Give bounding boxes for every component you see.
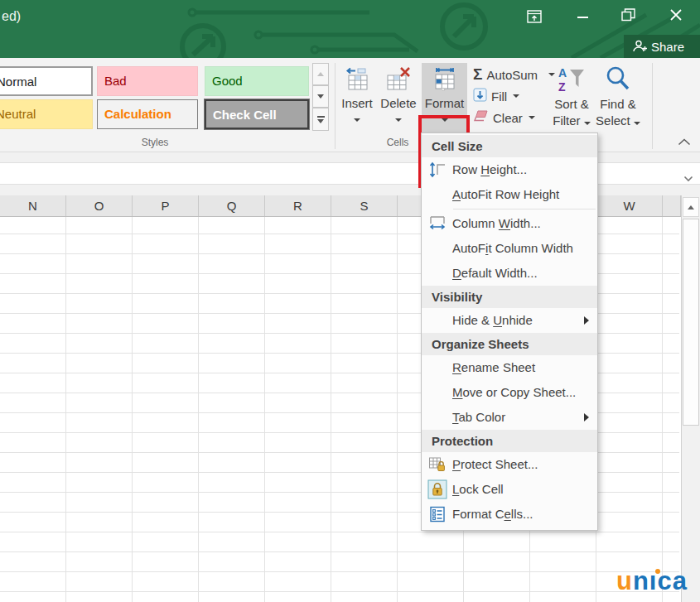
scroll-up-icon: [317, 72, 324, 76]
gallery-scroll-up-button[interactable]: [312, 63, 329, 85]
menu-item-label: Format Cells...: [452, 507, 533, 521]
menu-item-label: AutoFit Row Height: [452, 187, 559, 201]
ribbon-display-options-button[interactable]: [524, 8, 544, 25]
excel-window: ed): [0, 0, 700, 602]
column-header-N[interactable]: N: [0, 195, 66, 216]
column-header-partial[interactable]: [663, 195, 681, 216]
sort-filter-dropdown-icon: [584, 122, 591, 125]
format-cells-icon: [427, 505, 448, 523]
scrollbar-up-button[interactable]: [683, 197, 699, 217]
menu-item-label: Lock Cell: [452, 482, 504, 496]
share-button[interactable]: Share: [624, 35, 700, 58]
style-neutral[interactable]: Neutral: [0, 99, 93, 129]
column-header-Q[interactable]: Q: [199, 195, 265, 216]
menu-item-lock-cell[interactable]: Lock Cell: [422, 477, 597, 502]
format-dropdown-menu: Cell SizeRow Height...AutoFit Row Height…: [421, 132, 598, 531]
row-height-icon: [427, 161, 448, 179]
scroll-down-icon: [317, 94, 324, 99]
menu-section-cell-size: Cell Size: [422, 135, 597, 157]
autosum-button[interactable]: Σ AutoSum: [473, 65, 555, 84]
delete-dropdown-icon: [395, 118, 402, 122]
menu-item-row-height[interactable]: Row Height...: [422, 157, 597, 182]
clear-label: Clear: [493, 111, 523, 125]
column-header-R[interactable]: R: [265, 195, 331, 216]
menu-item-label: Protect Sheet...: [452, 457, 538, 471]
style-calculation[interactable]: Calculation: [97, 99, 198, 129]
more-styles-icon: [317, 116, 325, 118]
autosum-label: AutoSum: [486, 68, 538, 82]
menu-item-protect-sheet[interactable]: Protect Sheet...: [422, 452, 597, 477]
logo-i-dot: [655, 569, 660, 574]
share-person-icon: [632, 39, 647, 54]
delete-cells-icon: [378, 63, 419, 94]
sort-filter-label-line2: Filter: [553, 113, 580, 128]
gallery-scroll-down-button[interactable]: [312, 85, 329, 108]
fill-button[interactable]: Fill: [473, 86, 519, 106]
menu-item-move-or-copy-sheet[interactable]: Move or Copy Sheet...: [422, 380, 597, 405]
style-check-cell[interactable]: Check Cell: [205, 99, 309, 129]
column-header-W[interactable]: W: [596, 195, 663, 216]
title-bar: ed): [0, 0, 700, 58]
protect-sheet-icon: [427, 455, 448, 474]
style-good[interactable]: Good: [205, 66, 309, 96]
menu-item-label: AutoFit Column Width: [452, 241, 573, 255]
unica-watermark: unıca: [616, 566, 688, 596]
eraser-icon: [473, 110, 489, 125]
sort-filter-label-line1: Sort &: [550, 96, 593, 113]
collapse-ribbon-button[interactable]: [678, 134, 691, 149]
menu-item-label: Hide & Unhide: [452, 313, 533, 327]
clear-button[interactable]: Clear: [473, 108, 535, 128]
style-normal[interactable]: Normal: [0, 66, 93, 96]
insert-label: Insert: [338, 96, 376, 110]
menu-item-label: Rename Sheet: [452, 360, 535, 374]
submenu-arrow-icon: [584, 413, 589, 421]
menu-divider: [453, 209, 596, 209]
menu-section-visibility: Visibility: [422, 286, 597, 308]
menu-item-label: Row Height...: [452, 162, 527, 176]
gallery-more-button[interactable]: [312, 108, 329, 131]
lock-cell-icon: [427, 480, 448, 498]
menu-item-format-cells[interactable]: Format Cells...: [422, 502, 597, 527]
close-button[interactable]: [668, 7, 684, 23]
menu-item-label: Tab Color: [452, 410, 505, 424]
collapse-ribbon-icon: [678, 138, 691, 146]
insert-button[interactable]: Insert: [338, 63, 376, 136]
formula-bar-expand-icon[interactable]: [683, 171, 693, 185]
menu-section-organize-sheets: Organize Sheets: [422, 333, 597, 355]
svg-text:Z: Z: [558, 80, 566, 94]
menu-item-column-width[interactable]: Column Width...: [422, 211, 597, 236]
share-label: Share: [651, 40, 684, 54]
menu-item-tab-color[interactable]: Tab Color: [422, 405, 597, 430]
menu-item-default-width[interactable]: Default Width...: [422, 261, 597, 286]
column-header-S[interactable]: S: [331, 195, 398, 216]
scrollbar-thumb[interactable]: [683, 219, 699, 426]
fill-label: Fill: [491, 89, 507, 104]
find-select-label-line1: Find &: [595, 96, 641, 113]
group-separator: [335, 63, 336, 149]
fill-icon: [473, 88, 487, 104]
sort-filter-button[interactable]: A Z Sort & Filter: [550, 63, 593, 129]
vertical-scrollbar[interactable]: [681, 195, 700, 602]
sort-filter-icon: A Z: [550, 63, 593, 96]
styles-gallery: NormalBadGoodNeutralCalculationCheck Cel…: [0, 58, 310, 134]
sigma-icon: Σ: [473, 65, 482, 84]
find-select-button[interactable]: Find & Select: [595, 63, 641, 129]
menu-section-protection: Protection: [422, 430, 597, 452]
restore-button[interactable]: [620, 7, 636, 22]
submenu-arrow-icon: [584, 316, 589, 325]
menu-item-autofit-row-height[interactable]: AutoFit Row Height: [422, 182, 597, 207]
delete-button[interactable]: Delete: [378, 63, 419, 136]
menu-item-rename-sheet[interactable]: Rename Sheet: [422, 355, 597, 380]
column-header-P[interactable]: P: [133, 195, 199, 216]
fill-dropdown-icon: [513, 94, 519, 98]
group-separator: [652, 63, 653, 149]
column-header-O[interactable]: O: [66, 195, 133, 216]
minimize-button[interactable]: [575, 11, 590, 24]
menu-item-hide-unhide[interactable]: Hide & Unhide: [422, 308, 597, 333]
find-select-dropdown-icon: [634, 122, 640, 125]
scroll-up-icon: [688, 205, 694, 209]
menu-item-autofit-column-width[interactable]: AutoFit Column Width: [422, 236, 597, 261]
style-bad[interactable]: Bad: [97, 66, 198, 96]
delete-label: Delete: [378, 96, 419, 110]
menu-item-label: Move or Copy Sheet...: [452, 385, 576, 399]
